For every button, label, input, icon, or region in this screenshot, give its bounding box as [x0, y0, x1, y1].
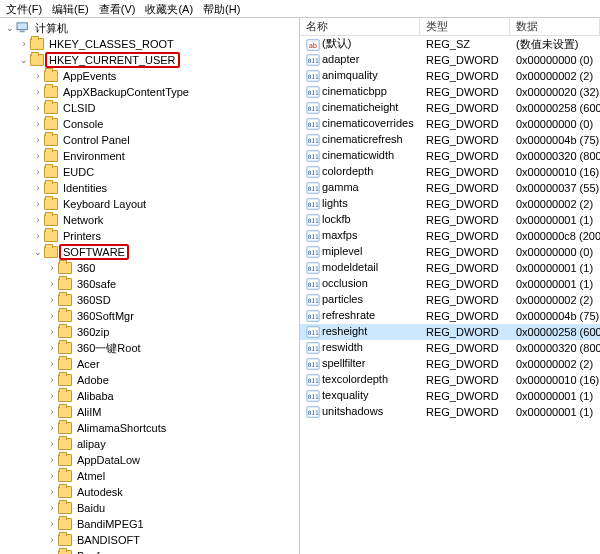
chevron-icon[interactable]: › [46, 423, 58, 433]
tree-item[interactable]: › AppDataLow [0, 452, 299, 468]
chevron-icon[interactable]: › [46, 343, 58, 353]
tree-item[interactable]: › Adobe [0, 372, 299, 388]
chevron-icon[interactable]: › [32, 199, 44, 209]
chevron-icon[interactable]: › [46, 375, 58, 385]
menu-view[interactable]: 查看(V) [99, 2, 136, 15]
tree-item[interactable]: › 360SoftMgr [0, 308, 299, 324]
tree-item[interactable]: › Environment [0, 148, 299, 164]
list-row[interactable]: 011maxfps REG_DWORD 0x000000c8 (200) [300, 228, 600, 244]
list-row[interactable]: 011cinematicoverrides REG_DWORD 0x000000… [300, 116, 600, 132]
chevron-icon[interactable]: › [46, 503, 58, 513]
chevron-icon[interactable]: ⌄ [18, 55, 30, 65]
chevron-icon[interactable]: › [46, 311, 58, 321]
tree-item[interactable]: › Acer [0, 356, 299, 372]
chevron-icon[interactable]: › [32, 71, 44, 81]
menu-file[interactable]: 文件(F) [6, 2, 42, 15]
tree-item[interactable]: › 360safe [0, 276, 299, 292]
menu-edit[interactable]: 编辑(E) [52, 2, 89, 15]
chevron-icon[interactable]: › [46, 391, 58, 401]
tree-item[interactable]: ⌄ 计算机 [0, 20, 299, 36]
list-row[interactable]: 011spellfilter REG_DWORD 0x00000002 (2) [300, 356, 600, 372]
chevron-icon[interactable]: › [32, 103, 44, 113]
chevron-icon[interactable]: › [32, 231, 44, 241]
list-row[interactable]: 011unitshadows REG_DWORD 0x00000001 (1) [300, 404, 600, 420]
tree-item[interactable]: › 360 [0, 260, 299, 276]
list-row[interactable]: 011occlusion REG_DWORD 0x00000001 (1) [300, 276, 600, 292]
tree-item[interactable]: › HKEY_CLASSES_ROOT [0, 36, 299, 52]
tree-item[interactable]: › AppXBackupContentType [0, 84, 299, 100]
tree-item[interactable]: › BANDISOFT [0, 532, 299, 548]
tree-item[interactable]: › Autodesk [0, 484, 299, 500]
chevron-icon[interactable]: › [46, 535, 58, 545]
list-row[interactable]: 011gamma REG_DWORD 0x00000037 (55) [300, 180, 600, 196]
tree-item[interactable]: › Console [0, 116, 299, 132]
list-row[interactable]: 011cinematicbpp REG_DWORD 0x00000020 (32… [300, 84, 600, 100]
list-row[interactable]: 011modeldetail REG_DWORD 0x00000001 (1) [300, 260, 600, 276]
list-row[interactable]: 011texcolordepth REG_DWORD 0x00000010 (1… [300, 372, 600, 388]
chevron-icon[interactable]: ⌄ [4, 23, 16, 33]
tree-item[interactable]: ⌄ HKEY_CURRENT_USER [0, 52, 299, 68]
tree-item[interactable]: › Baofeng [0, 548, 299, 554]
chevron-icon[interactable]: › [46, 471, 58, 481]
tree-item[interactable]: › CLSID [0, 100, 299, 116]
tree-item[interactable]: › Keyboard Layout [0, 196, 299, 212]
chevron-icon[interactable]: › [32, 87, 44, 97]
list-row-default[interactable]: ab(默认) REG_SZ (数值未设置) [300, 36, 600, 52]
tree-item[interactable]: › alipay [0, 436, 299, 452]
tree-item[interactable]: › Identities [0, 180, 299, 196]
chevron-icon[interactable]: › [46, 519, 58, 529]
chevron-icon[interactable]: › [46, 487, 58, 497]
list-row[interactable]: 011cinematicrefresh REG_DWORD 0x0000004b… [300, 132, 600, 148]
chevron-icon[interactable]: › [46, 263, 58, 273]
tree-item[interactable]: › 360SD [0, 292, 299, 308]
chevron-icon[interactable]: › [46, 327, 58, 337]
list-row[interactable]: 011cinematicwidth REG_DWORD 0x00000320 (… [300, 148, 600, 164]
tree-item[interactable]: › Control Panel [0, 132, 299, 148]
tree-item[interactable]: › Alibaba [0, 388, 299, 404]
list-row[interactable]: 011particles REG_DWORD 0x00000002 (2) [300, 292, 600, 308]
tree-item[interactable]: › 360一键Root [0, 340, 299, 356]
list-row[interactable]: 011miplevel REG_DWORD 0x00000000 (0) [300, 244, 600, 260]
chevron-icon[interactable]: › [32, 151, 44, 161]
tree-item[interactable]: › Atmel [0, 468, 299, 484]
list-row[interactable]: 011resheight REG_DWORD 0x00000258 (600) [300, 324, 600, 340]
list-row[interactable]: 011adapter REG_DWORD 0x00000000 (0) [300, 52, 600, 68]
list-row[interactable]: 011lights REG_DWORD 0x00000002 (2) [300, 196, 600, 212]
menu-help[interactable]: 帮助(H) [203, 2, 240, 15]
chevron-icon[interactable]: › [46, 279, 58, 289]
col-name[interactable]: 名称 [300, 18, 420, 36]
list-row[interactable]: 011animquality REG_DWORD 0x00000002 (2) [300, 68, 600, 84]
tree-panel[interactable]: ⌄ 计算机 › HKEY_CLASSES_ROOT ⌄ HKEY_CURRENT… [0, 18, 300, 554]
col-data[interactable]: 数据 [510, 18, 600, 36]
value-list[interactable]: 名称 类型 数据 ab(默认) REG_SZ (数值未设置) 011adapte… [300, 18, 600, 554]
tree-item[interactable]: › Baidu [0, 500, 299, 516]
list-row[interactable]: 011reswidth REG_DWORD 0x00000320 (800) [300, 340, 600, 356]
chevron-icon[interactable]: › [46, 439, 58, 449]
list-row[interactable]: 011colordepth REG_DWORD 0x00000010 (16) [300, 164, 600, 180]
list-row[interactable]: 011refreshrate REG_DWORD 0x0000004b (75) [300, 308, 600, 324]
tree-item[interactable]: › Network [0, 212, 299, 228]
chevron-icon[interactable]: › [18, 39, 30, 49]
tree-item[interactable]: › AliIM [0, 404, 299, 420]
chevron-icon[interactable]: › [46, 455, 58, 465]
chevron-icon[interactable]: › [46, 359, 58, 369]
chevron-icon[interactable]: › [32, 215, 44, 225]
tree-item[interactable]: › Printers [0, 228, 299, 244]
menu-favorites[interactable]: 收藏夹(A) [145, 2, 193, 15]
tree-item[interactable]: › 360zip [0, 324, 299, 340]
list-row[interactable]: 011texquality REG_DWORD 0x00000001 (1) [300, 388, 600, 404]
tree-item[interactable]: ⌄ SOFTWARE [0, 244, 299, 260]
chevron-icon[interactable]: › [46, 407, 58, 417]
tree-item[interactable]: › BandiMPEG1 [0, 516, 299, 532]
chevron-icon[interactable]: ⌄ [32, 247, 44, 257]
chevron-icon[interactable]: › [32, 135, 44, 145]
chevron-icon[interactable]: › [32, 167, 44, 177]
list-row[interactable]: 011lockfb REG_DWORD 0x00000001 (1) [300, 212, 600, 228]
col-type[interactable]: 类型 [420, 18, 510, 36]
tree-item[interactable]: › AlimamaShortcuts [0, 420, 299, 436]
chevron-icon[interactable]: › [46, 295, 58, 305]
chevron-icon[interactable]: › [32, 119, 44, 129]
tree-item[interactable]: › EUDC [0, 164, 299, 180]
list-row[interactable]: 011cinematicheight REG_DWORD 0x00000258 … [300, 100, 600, 116]
tree-item[interactable]: › AppEvents [0, 68, 299, 84]
